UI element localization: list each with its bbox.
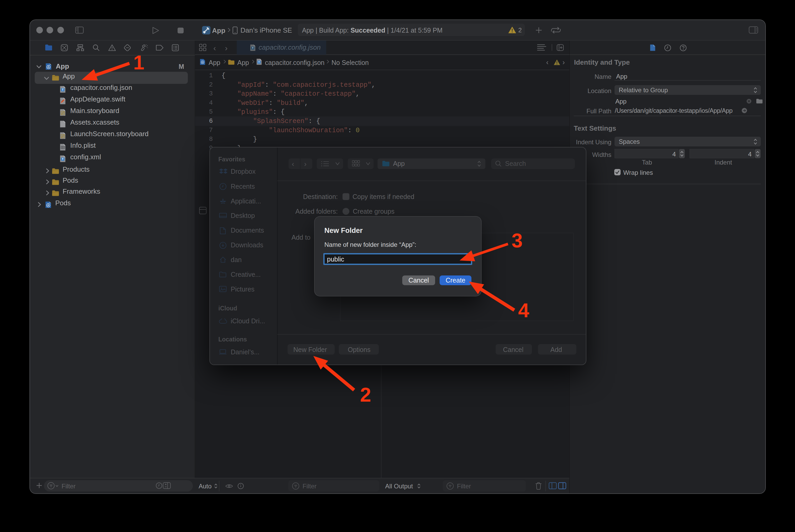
svg-text:3: 3 <box>512 229 523 251</box>
svg-text:2: 2 <box>360 383 371 406</box>
svg-text:1: 1 <box>133 51 144 74</box>
svg-text:4: 4 <box>518 299 529 321</box>
